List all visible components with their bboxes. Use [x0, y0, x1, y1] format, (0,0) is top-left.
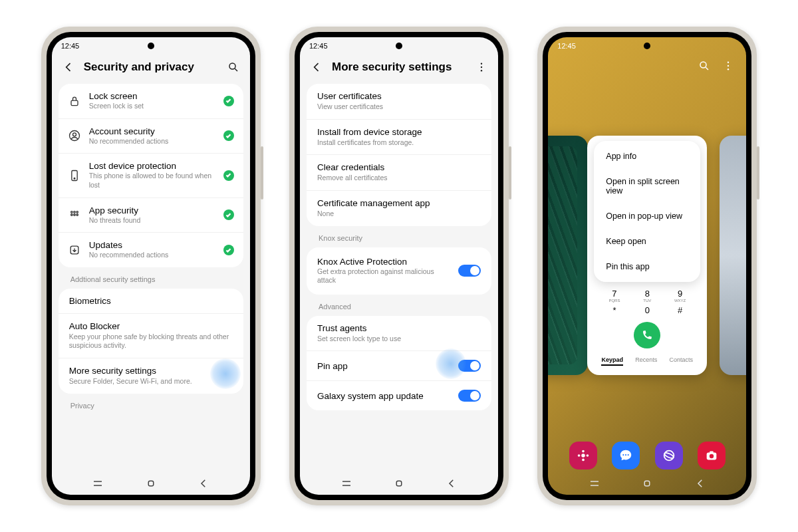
- recents-carousel[interactable]: App info Open in split screen view Open …: [548, 73, 746, 438]
- row-trust-agents[interactable]: Trust agents Set screen lock type to use: [307, 316, 491, 352]
- row-sub: View user certificates: [317, 102, 481, 112]
- row-label: Knox Active Protection: [317, 257, 450, 267]
- toggle-pin-app[interactable]: [458, 360, 481, 372]
- row-user-certificates[interactable]: User certificates View user certificates: [307, 84, 491, 120]
- row-label: App security: [89, 205, 215, 215]
- nav-back-icon[interactable]: [198, 477, 209, 489]
- nav-back-icon[interactable]: [694, 477, 706, 489]
- search-icon[interactable]: [697, 59, 712, 73]
- more-icon[interactable]: [721, 59, 735, 73]
- key-0[interactable]: 0: [637, 305, 657, 315]
- svg-point-24: [582, 459, 585, 462]
- tab-contacts[interactable]: Contacts: [670, 356, 694, 366]
- row-install-storage[interactable]: Install from device storage Install cert…: [307, 120, 491, 156]
- svg-rect-13: [148, 481, 154, 486]
- row-pin-app[interactable]: Pin app: [307, 351, 491, 381]
- screen-more-security: 12:45 More security settings User certif…: [300, 37, 498, 495]
- svg-point-8: [76, 211, 78, 213]
- security-status-card: Lock screen Screen lock is set Account s…: [59, 84, 243, 267]
- nav-back-icon[interactable]: [446, 477, 458, 489]
- row-app-security[interactable]: App security No threats found: [59, 198, 243, 233]
- row-knox-protection[interactable]: Knox Active Protection Get extra protect…: [307, 247, 491, 295]
- key-7[interactable]: 7PQRS: [604, 289, 624, 303]
- row-more-security[interactable]: More security settings Secure Folder, Se…: [59, 358, 243, 394]
- more-icon[interactable]: [474, 60, 489, 74]
- dock-app-browser[interactable]: [655, 442, 683, 469]
- svg-point-16: [481, 70, 482, 71]
- row-label: Lock screen: [89, 91, 215, 101]
- row-cert-management[interactable]: Certificate management app None: [307, 191, 491, 226]
- recents-toolbar: [548, 55, 746, 73]
- page-title: Security and privacy: [84, 61, 218, 74]
- key-hash[interactable]: #: [670, 305, 690, 315]
- app-context-menu: App info Open in split screen view Open …: [594, 141, 700, 282]
- row-sub: No recommended actions: [89, 251, 215, 260]
- row-sub: Keep your phone safe by blocking threats…: [69, 332, 233, 350]
- key-9[interactable]: 9WXYZ: [670, 289, 690, 303]
- call-button[interactable]: [634, 322, 660, 348]
- nav-bar: [548, 472, 746, 495]
- header: Security and privacy: [52, 55, 250, 84]
- menu-split-screen[interactable]: Open in split screen view: [594, 169, 700, 203]
- row-lost-device[interactable]: Lost device protection This phone is all…: [59, 154, 243, 198]
- screen-security-privacy: 12:45 Security and privacy: [52, 37, 250, 495]
- svg-point-5: [74, 178, 75, 179]
- nav-recents-icon[interactable]: [589, 477, 600, 489]
- row-biometrics[interactable]: Biometrics: [59, 289, 243, 314]
- menu-pin-app[interactable]: Pin this app: [594, 254, 700, 279]
- menu-popup-view[interactable]: Open in pop-up view: [594, 203, 700, 229]
- recent-app-phone[interactable]: App info Open in split screen view Open …: [587, 136, 707, 375]
- menu-keep-open[interactable]: Keep open: [594, 229, 700, 254]
- svg-point-33: [710, 454, 714, 458]
- dock-app-camera[interactable]: [698, 442, 726, 469]
- back-icon[interactable]: [61, 60, 76, 74]
- svg-point-9: [70, 214, 72, 216]
- svg-point-26: [586, 454, 589, 457]
- apps-icon: [68, 208, 81, 221]
- tab-keypad[interactable]: Keypad: [601, 356, 623, 366]
- content-scroll[interactable]: Lock screen Screen lock is set Account s…: [52, 84, 250, 472]
- tab-recents[interactable]: Recents: [635, 356, 657, 366]
- phone-frame-2: 12:45 More security settings User certif…: [289, 27, 509, 505]
- dock-app-messages[interactable]: [612, 442, 640, 469]
- toggle-galaxy-update[interactable]: [458, 390, 481, 402]
- phone-frame-1: 12:45 Security and privacy: [41, 27, 261, 505]
- svg-point-3: [72, 133, 76, 136]
- dock-app-gallery[interactable]: [569, 442, 597, 469]
- svg-rect-1: [71, 100, 78, 106]
- recent-app-right[interactable]: [720, 136, 746, 375]
- recent-app-left[interactable]: [548, 136, 588, 375]
- row-label: Pin app: [317, 361, 450, 371]
- svg-point-15: [481, 66, 482, 68]
- nav-home-icon[interactable]: [641, 477, 653, 489]
- additional-card: Biometrics Auto Blocker Keep your phone …: [59, 289, 243, 394]
- nav-home-icon[interactable]: [145, 477, 157, 489]
- screen-recents: 12:45 App info Open in split screen view: [548, 37, 746, 495]
- key-8[interactable]: 8TUV: [637, 289, 657, 303]
- nav-home-icon[interactable]: [393, 477, 405, 489]
- content-scroll[interactable]: User certificates View user certificates…: [300, 84, 498, 472]
- row-label: Updates: [89, 240, 215, 250]
- row-galaxy-update[interactable]: Galaxy system app update: [307, 381, 491, 410]
- row-clear-credentials[interactable]: Clear credentials Remove all certificate…: [307, 155, 491, 191]
- svg-point-21: [728, 68, 729, 70]
- row-account-security[interactable]: Account security No recommended actions: [59, 119, 243, 154]
- header: More security settings: [300, 55, 498, 84]
- nav-recents-icon[interactable]: [340, 477, 352, 489]
- svg-point-6: [70, 211, 72, 213]
- row-lock-screen[interactable]: Lock screen Screen lock is set: [59, 84, 243, 119]
- key-star[interactable]: *: [604, 305, 624, 315]
- menu-app-info[interactable]: App info: [594, 144, 700, 169]
- search-icon[interactable]: [226, 60, 241, 74]
- phone-frame-3: 12:45 App info Open in split screen view: [537, 27, 757, 505]
- svg-point-23: [582, 450, 585, 453]
- nav-recents-icon[interactable]: [92, 477, 104, 489]
- svg-point-11: [76, 214, 78, 216]
- toggle-knox[interactable]: [458, 265, 481, 277]
- back-icon[interactable]: [309, 60, 324, 74]
- row-label: Account security: [89, 126, 215, 136]
- row-sub: No threats found: [89, 216, 215, 225]
- row-sub: This phone is allowed to be found when l…: [89, 172, 215, 190]
- row-auto-blocker[interactable]: Auto Blocker Keep your phone safe by blo…: [59, 314, 243, 358]
- row-updates[interactable]: Updates No recommended actions: [59, 233, 243, 267]
